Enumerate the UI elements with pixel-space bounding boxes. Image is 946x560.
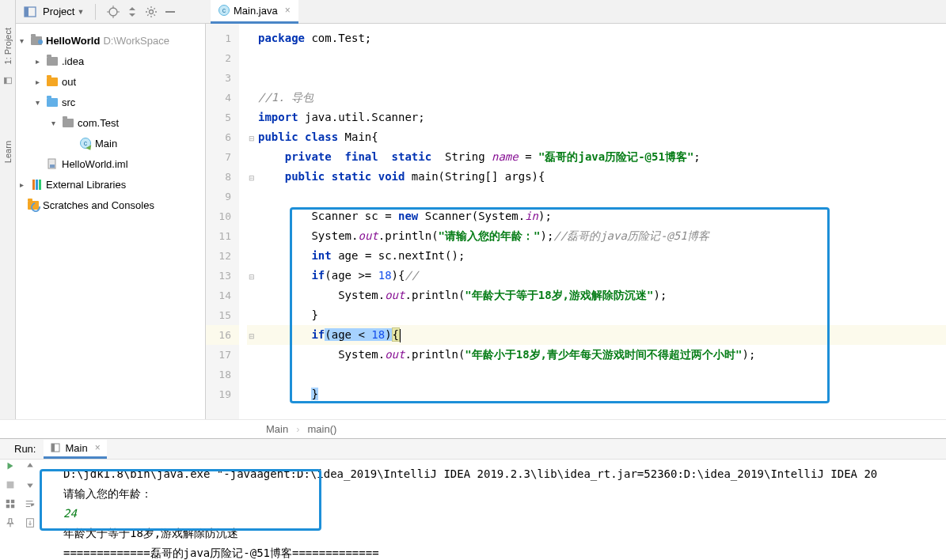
tree-item-iml[interactable]: HelloWorld.iml: [16, 153, 205, 174]
rerun-icon[interactable]: [4, 460, 17, 472]
library-icon: [32, 180, 41, 190]
run-panel: Run: Main × D:\jdk1.8\bin\java.exe "-jav…: [0, 438, 946, 560]
code-editor[interactable]: 1 2 3 4 5 6 7 8 9 10 11 12 13 14 15 16 1…: [206, 24, 946, 419]
src-folder-icon: [47, 98, 58, 107]
svg-point-4: [109, 8, 117, 16]
stop-icon[interactable]: [4, 479, 17, 491]
fold-icon[interactable]: ⊟: [249, 332, 255, 339]
breadcrumb: Main › main(): [0, 419, 946, 438]
svg-rect-14: [51, 444, 55, 452]
chevron-right-icon[interactable]: ▸: [32, 78, 43, 86]
svg-rect-16: [6, 500, 9, 503]
fold-column: ⊟ ⊟ ⊟ ⊟: [247, 24, 258, 419]
scroll-icon[interactable]: [24, 516, 36, 529]
expand-all-icon[interactable]: [126, 6, 139, 18]
up-icon[interactable]: [24, 460, 36, 472]
editor-tabbar: c Main.java ×: [206, 0, 298, 24]
class-icon: c: [218, 5, 230, 16]
target-icon[interactable]: [107, 6, 120, 18]
tree-item-scratches[interactable]: Scratches and Consoles: [16, 195, 205, 215]
editor-tab-main[interactable]: c Main.java ×: [211, 0, 298, 24]
gear-icon[interactable]: [145, 6, 158, 18]
svg-rect-15: [6, 482, 13, 489]
pin-icon[interactable]: [4, 516, 17, 529]
project-panel-icon[interactable]: [24, 6, 36, 18]
svg-rect-19: [10, 505, 13, 508]
svg-rect-10: [165, 11, 175, 13]
chevron-down-icon[interactable]: ▾: [16, 36, 27, 45]
side-tab-project[interactable]: 1: Project: [3, 28, 13, 64]
project-path: D:\WorkSpace: [103, 35, 169, 47]
svg-rect-18: [6, 505, 9, 508]
chevron-right-icon[interactable]: ▸: [32, 57, 43, 66]
run-config-icon: [50, 442, 61, 453]
annotation-box: [40, 469, 321, 531]
hide-icon[interactable]: [164, 6, 177, 18]
fold-icon[interactable]: ⊟: [249, 134, 255, 141]
folder-icon: [47, 57, 58, 66]
side-tab-learn[interactable]: Learn: [3, 141, 13, 163]
svg-rect-1: [4, 78, 6, 85]
left-gutter-tabs: 1: Project Learn: [0, 0, 16, 419]
tree-item-package[interactable]: ▾ com.Test: [16, 112, 205, 133]
module-folder-icon: [31, 36, 42, 45]
tab-filename: Main.java: [234, 5, 278, 17]
console-out2: =============磊哥的java历险记-@51博客===========…: [63, 543, 946, 560]
tree-item-main-class[interactable]: c Main: [16, 133, 205, 153]
tree-item-external-libs[interactable]: ▸ External Libraries: [16, 174, 205, 195]
run-tab-main[interactable]: Main ×: [44, 440, 106, 459]
iml-file-icon: [46, 158, 59, 169]
tree-item-out[interactable]: ▸ out: [16, 71, 205, 92]
breadcrumb-method[interactable]: main(): [308, 423, 337, 435]
chevron-right-icon[interactable]: ▸: [16, 180, 27, 189]
console-output[interactable]: D:\jdk1.8\bin\java.exe "-javaagent:D:\id…: [40, 460, 946, 560]
svg-rect-12: [50, 165, 55, 168]
package-icon: [63, 119, 74, 127]
chevron-down-icon[interactable]: ▾: [32, 98, 43, 107]
line-gutter: 1 2 3 4 5 6 7 8 9 10 11 12 13 14 15 16 1…: [206, 24, 247, 419]
project-dropdown[interactable]: Project▼: [43, 6, 84, 17]
tree-root[interactable]: ▾ HelloWorld D:\WorkSpace: [16, 30, 205, 51]
svg-rect-3: [25, 7, 28, 17]
tree-item-idea[interactable]: ▸ .idea: [16, 51, 205, 71]
top-toolbar: Project▼ c Main.java ×: [0, 0, 946, 24]
project-tree: ▾ HelloWorld D:\WorkSpace ▸ .idea ▸ out …: [0, 24, 206, 419]
folder-icon: [47, 78, 58, 86]
fold-icon[interactable]: ⊟: [249, 174, 255, 180]
run-label: Run:: [14, 443, 36, 455]
scratch-folder-icon: [28, 201, 39, 210]
wrap-icon[interactable]: [24, 498, 36, 510]
project-name: HelloWorld: [46, 35, 100, 47]
code-content[interactable]: package com.Test; //1. 导包 import java.ut…: [258, 24, 946, 419]
fold-icon[interactable]: ⊟: [249, 273, 255, 279]
layout-icon[interactable]: [4, 498, 17, 510]
annotation-box: [290, 207, 830, 403]
close-icon[interactable]: ×: [285, 5, 291, 16]
close-icon[interactable]: ×: [95, 442, 101, 453]
class-icon: c: [80, 138, 91, 149]
chevron-down-icon[interactable]: ▾: [47, 119, 59, 127]
tree-item-src[interactable]: ▾ src: [16, 92, 205, 112]
down-icon[interactable]: [24, 479, 36, 491]
svg-rect-17: [10, 500, 13, 503]
breadcrumb-class[interactable]: Main: [266, 423, 288, 435]
svg-point-9: [150, 9, 154, 13]
